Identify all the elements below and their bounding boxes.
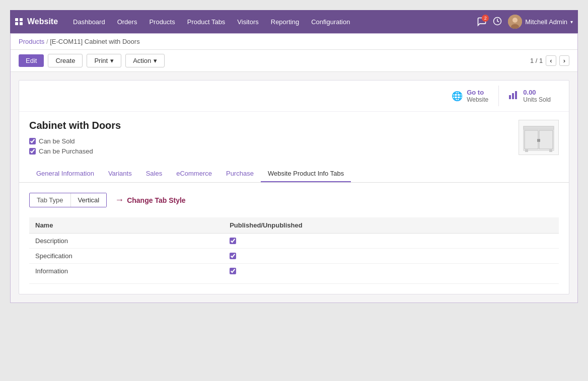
goto-website-main: Go to <box>467 89 488 96</box>
stat-bar: 🌐 Go to Website <box>19 81 569 112</box>
published-checkbox-description[interactable] <box>230 238 236 244</box>
can-be-purchased-checkbox[interactable] <box>29 148 36 155</box>
nav-links: Dashboard Orders Products Product Tabs V… <box>68 16 477 28</box>
tab-type-field: Tab Type Vertical <box>29 193 107 207</box>
breadcrumb-separator: / <box>46 38 48 45</box>
navbar-right: 2 Mitchell Admin ▾ <box>477 15 573 29</box>
clock-icon[interactable] <box>493 17 502 27</box>
can-be-sold-label: Can be Sold <box>39 137 75 145</box>
brand-name: Website <box>27 17 58 26</box>
nav-product-tabs[interactable]: Product Tabs <box>182 16 231 28</box>
svg-rect-14 <box>549 149 552 152</box>
table-row: Specification <box>29 249 559 264</box>
breadcrumb: Products / [E-COM11] Cabinet with Doors <box>19 38 140 45</box>
prev-button[interactable]: ‹ <box>546 55 556 66</box>
nav-visitors[interactable]: Visitors <box>232 16 263 28</box>
svg-rect-6 <box>515 91 517 99</box>
print-button[interactable]: Print ▾ <box>87 54 121 67</box>
published-checkbox-specification[interactable] <box>230 253 236 259</box>
cabinet-illustration <box>521 122 556 153</box>
tab-purchase[interactable]: Purchase <box>219 166 261 182</box>
can-be-sold-checkbox[interactable] <box>29 138 36 144</box>
chat-badge-count: 2 <box>482 15 489 22</box>
product-image <box>519 120 559 155</box>
action-dropdown-icon: ▾ <box>154 57 157 64</box>
avatar <box>508 15 522 29</box>
col-name: Name <box>29 217 224 234</box>
nav-orders[interactable]: Orders <box>112 16 142 28</box>
row-published-description <box>224 234 559 249</box>
edit-button[interactable]: Edit <box>19 54 44 67</box>
navbar: Website Dashboard Orders Products Produc… <box>10 10 578 33</box>
product-title: Cabinet with Doors <box>29 120 510 131</box>
user-dropdown-icon: ▾ <box>570 19 573 25</box>
svg-rect-11 <box>537 139 539 142</box>
tab-type-label: Tab Type <box>30 193 70 207</box>
tabs-bar: General Information Variants Sales eComm… <box>19 166 569 183</box>
tab-variants[interactable]: Variants <box>101 166 139 182</box>
svg-rect-10 <box>539 130 553 149</box>
next-button[interactable]: › <box>559 55 569 66</box>
nav-dashboard[interactable]: Dashboard <box>68 16 110 28</box>
actions-bar: Edit Create Print ▾ Action ▾ 1 / 1 ‹ › <box>11 50 577 72</box>
tab-type-section: Tab Type Vertical → Change Tab Style <box>29 193 559 207</box>
svg-rect-5 <box>512 93 514 99</box>
svg-rect-12 <box>539 139 540 142</box>
breadcrumb-bar: Products / [E-COM11] Cabinet with Doors <box>11 34 577 50</box>
svg-rect-8 <box>524 126 554 129</box>
can-be-purchased-label: Can be Purchased <box>39 147 93 155</box>
arrow-right-icon: → <box>115 195 124 205</box>
app-grid-icon <box>15 18 23 25</box>
chart-icon <box>509 90 519 102</box>
action-button[interactable]: Action ▾ <box>125 54 165 67</box>
main-container: Products / [E-COM11] Cabinet with Doors … <box>10 33 578 303</box>
units-sold-stat[interactable]: 0.00 Units Sold <box>498 86 561 106</box>
user-name: Mitchell Admin <box>525 18 567 26</box>
row-published-specification <box>224 249 559 264</box>
published-checkbox-information[interactable] <box>230 268 236 274</box>
breadcrumb-parent[interactable]: Products <box>19 38 44 45</box>
table-row: Description <box>29 234 559 249</box>
nav-reporting[interactable]: Reporting <box>266 16 304 28</box>
app-wrapper: Website Dashboard Orders Products Produc… <box>0 0 588 381</box>
nav-products[interactable]: Products <box>144 16 180 28</box>
record-area: 🌐 Go to Website <box>11 72 577 302</box>
change-tab-style-label: Change Tab Style <box>127 196 185 204</box>
product-info: Cabinet with Doors Can be Sold Can be Pu… <box>29 120 510 158</box>
svg-point-2 <box>512 18 518 23</box>
tab-general-information[interactable]: General Information <box>29 166 101 182</box>
record-card: 🌐 Go to Website <box>19 80 569 294</box>
row-name-description: Description <box>29 234 224 249</box>
breadcrumb-current: [E-COM11] Cabinet with Doors <box>50 38 139 45</box>
row-name-information: Information <box>29 264 224 279</box>
chat-icon[interactable]: 2 <box>477 17 487 27</box>
globe-icon: 🌐 <box>452 91 463 102</box>
nav-configuration[interactable]: Configuration <box>306 16 355 28</box>
change-tab-style: → Change Tab Style <box>115 195 185 205</box>
units-sold-sub: Units Sold <box>523 96 551 103</box>
can-be-purchased-row: Can be Purchased <box>29 147 510 155</box>
svg-rect-9 <box>525 130 538 149</box>
create-button[interactable]: Create <box>48 54 83 67</box>
row-name-specification: Specification <box>29 249 224 264</box>
pagination-text: 1 / 1 <box>530 57 543 64</box>
col-published: Published/Unpublished <box>224 217 559 234</box>
table-row: Information <box>29 264 559 279</box>
info-table: Name Published/Unpublished Description <box>29 217 559 278</box>
tab-ecommerce[interactable]: eCommerce <box>169 166 219 182</box>
tab-website-product-info-tabs[interactable]: Website Product Info Tabs <box>261 166 351 182</box>
product-header: Cabinet with Doors Can be Sold Can be Pu… <box>19 112 569 166</box>
print-dropdown-icon: ▾ <box>110 57 114 64</box>
row-published-information <box>224 264 559 279</box>
units-sold-main: 0.00 <box>523 89 551 96</box>
tab-sales[interactable]: Sales <box>139 166 170 182</box>
pagination: 1 / 1 ‹ › <box>530 55 569 66</box>
user-menu[interactable]: Mitchell Admin ▾ <box>508 15 573 29</box>
svg-rect-13 <box>525 149 528 152</box>
can-be-sold-row: Can be Sold <box>29 137 510 145</box>
tab-content: Tab Type Vertical → Change Tab Style Nam… <box>19 183 569 294</box>
goto-website-sub: Website <box>467 96 488 103</box>
svg-rect-4 <box>509 95 511 99</box>
goto-website-stat[interactable]: 🌐 Go to Website <box>442 86 498 106</box>
brand[interactable]: Website <box>15 17 58 26</box>
